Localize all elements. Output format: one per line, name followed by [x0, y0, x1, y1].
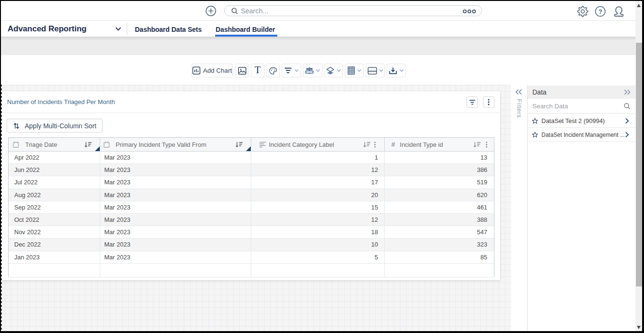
svg-text:?: ? — [598, 8, 602, 15]
